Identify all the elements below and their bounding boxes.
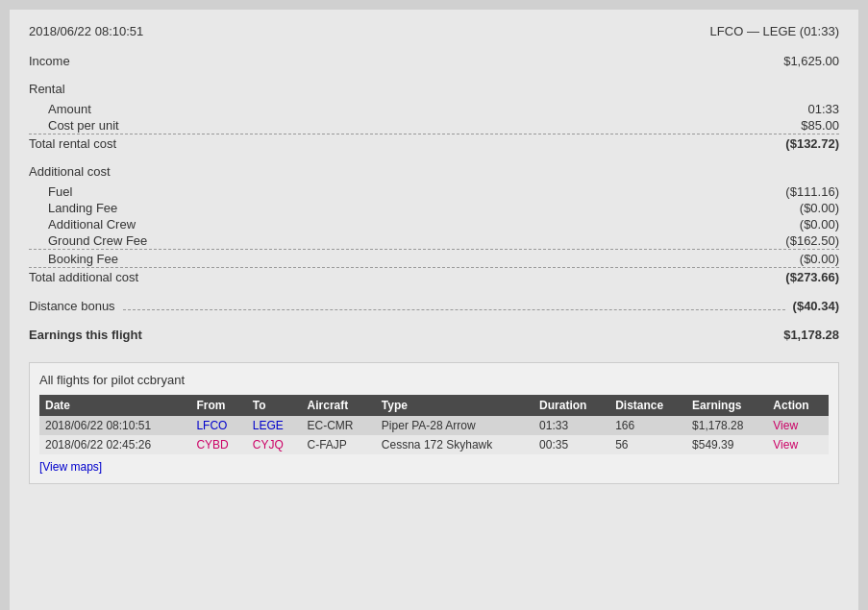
table-cell[interactable]: View [767, 416, 829, 435]
rental-amount-value: 01:33 [807, 102, 839, 116]
rental-cpu-row: Cost per unit $85.00 [29, 117, 839, 134]
table-header-cell: Duration [533, 395, 609, 416]
additional-cost-total-value: ($273.66) [785, 270, 839, 284]
additional-cost-item: Fuel($111.16) [29, 183, 839, 200]
table-cell: $1,178.28 [686, 416, 767, 435]
distance-bonus-value: ($40.34) [793, 299, 839, 313]
additional-cost-label: Additional cost [29, 164, 111, 179]
rental-total-label: Total rental cost [29, 136, 116, 151]
flight-datetime: 2018/06/22 08:10:51 [29, 24, 143, 38]
table-title: All flights for pilot ccbryant [39, 373, 829, 387]
additional-cost-item: Ground Crew Fee($162.50) [29, 232, 839, 249]
view-maps-anchor[interactable]: [View maps] [39, 460, 102, 474]
distance-bonus-label: Distance bonus [29, 299, 115, 313]
additional-cost-items: Fuel($111.16)Landing Fee($0.00)Additiona… [29, 183, 839, 267]
airport-link[interactable]: CYJQ [253, 438, 284, 451]
additional-cost-item-label: Landing Fee [48, 201, 117, 215]
additional-cost-item-label: Ground Crew Fee [48, 233, 147, 248]
table-header-cell: Earnings [686, 395, 767, 416]
distance-bonus-section: Distance bonus ($40.34) [29, 297, 839, 315]
table-header-cell: Distance [609, 395, 686, 416]
additional-cost-total-row: Total additional cost ($273.66) [29, 267, 839, 285]
table-cell: LFCO [190, 416, 246, 435]
table-header-cell: Date [39, 395, 190, 416]
table-row: 2018/06/22 08:10:51LFCOLEGEEC-CMRPiper P… [39, 416, 829, 435]
airport-link[interactable]: CYBD [196, 438, 228, 451]
table-cell: EC-CMR [302, 416, 376, 435]
rental-amount-label: Amount [48, 102, 91, 116]
income-label: Income [29, 54, 70, 68]
additional-cost-item-label: Additional Crew [48, 217, 136, 232]
table-cell: 166 [609, 416, 686, 435]
rental-section: Rental Amount 01:33 Cost per unit $85.00… [29, 81, 839, 152]
table-cell: 56 [609, 435, 686, 454]
additional-cost-item-value: ($162.50) [785, 233, 839, 248]
additional-cost-item: Additional Crew($0.00) [29, 216, 839, 232]
airport-link[interactable]: LFCO [196, 419, 227, 432]
rental-total-value: ($132.72) [785, 136, 839, 151]
additional-cost-label-row: Additional cost [29, 163, 839, 180]
earnings-label: Earnings this flight [29, 328, 142, 342]
table-cell: Piper PA-28 Arrow [376, 416, 533, 435]
earnings-section: Earnings this flight $1,178.28 [29, 327, 839, 343]
table-cell: 2018/06/22 08:10:51 [39, 416, 190, 435]
table-cell: LEGE [247, 416, 302, 435]
additional-cost-item: Landing Fee($0.00) [29, 200, 839, 216]
earnings-value: $1,178.28 [783, 328, 839, 342]
additional-cost-total-label: Total additional cost [29, 270, 138, 284]
table-cell: 01:33 [533, 416, 609, 435]
earnings-row: Earnings this flight $1,178.28 [29, 327, 839, 343]
additional-cost-item-value: ($111.16) [785, 184, 839, 199]
table-header: DateFromToAircraftTypeDurationDistanceEa… [39, 395, 829, 416]
flights-table-section: All flights for pilot ccbryant DateFromT… [29, 362, 839, 484]
additional-cost-item-value: ($0.00) [800, 201, 839, 215]
income-section: Income $1,625.00 [29, 53, 839, 69]
view-link[interactable]: View [773, 419, 798, 432]
main-container: 2018/06/22 08:10:51 LFCO — LEGE (01:33) … [10, 10, 858, 610]
rental-total-row: Total rental cost ($132.72) [29, 134, 839, 152]
flights-table: DateFromToAircraftTypeDurationDistanceEa… [39, 395, 829, 454]
table-header-cell: Type [376, 395, 533, 416]
additional-cost-item-value: ($0.00) [800, 217, 839, 232]
table-cell: $549.39 [686, 435, 767, 454]
rental-cpu-value: $85.00 [801, 118, 839, 133]
rental-label-row: Rental [29, 81, 839, 97]
table-cell: CYBD [190, 435, 246, 454]
table-header-cell: To [247, 395, 302, 416]
rental-label: Rental [29, 82, 65, 96]
additional-cost-item-value: ($0.00) [800, 252, 839, 266]
income-value: $1,625.00 [783, 54, 839, 68]
table-cell: 2018/06/22 02:45:26 [39, 435, 190, 454]
additional-cost-item-label: Booking Fee [48, 252, 118, 266]
flight-route: LFCO — LEGE (01:33) [710, 24, 839, 38]
table-cell: 00:35 [533, 435, 609, 454]
rental-cpu-label: Cost per unit [48, 118, 119, 133]
income-row: Income $1,625.00 [29, 53, 839, 69]
table-header-cell: Aircraft [302, 395, 376, 416]
table-cell: Cessna 172 Skyhawk [376, 435, 533, 454]
additional-cost-item-label: Fuel [48, 184, 72, 199]
additional-cost-item: Booking Fee($0.00) [29, 249, 839, 267]
airport-link[interactable]: LEGE [253, 419, 284, 432]
rental-amount-row: Amount 01:33 [29, 101, 839, 117]
table-cell[interactable]: View [767, 435, 829, 454]
table-header-cell: Action [767, 395, 829, 416]
header-row: 2018/06/22 08:10:51 LFCO — LEGE (01:33) [29, 24, 839, 38]
table-body: 2018/06/22 08:10:51LFCOLEGEEC-CMRPiper P… [39, 416, 829, 454]
additional-cost-section: Additional cost Fuel($111.16)Landing Fee… [29, 163, 839, 285]
view-link[interactable]: View [773, 438, 798, 451]
view-maps-link[interactable]: [View maps] [39, 460, 829, 474]
table-cell: C-FAJP [302, 435, 376, 454]
table-cell: CYJQ [247, 435, 302, 454]
table-row: 2018/06/22 02:45:26CYBDCYJQC-FAJPCessna … [39, 435, 829, 454]
table-header-cell: From [190, 395, 246, 416]
